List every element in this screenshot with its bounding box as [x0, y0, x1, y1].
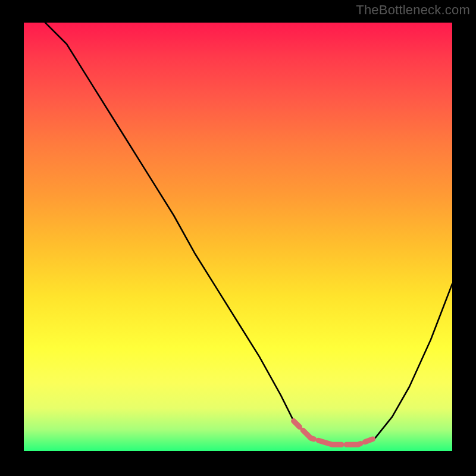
- highlight-segment: [294, 421, 375, 445]
- watermark-text: TheBottleneck.com: [356, 2, 470, 18]
- curve-layer: [24, 23, 452, 451]
- main-curve: [45, 23, 452, 444]
- plot-area: [24, 23, 452, 451]
- chart-container: TheBottleneck.com: [0, 0, 476, 476]
